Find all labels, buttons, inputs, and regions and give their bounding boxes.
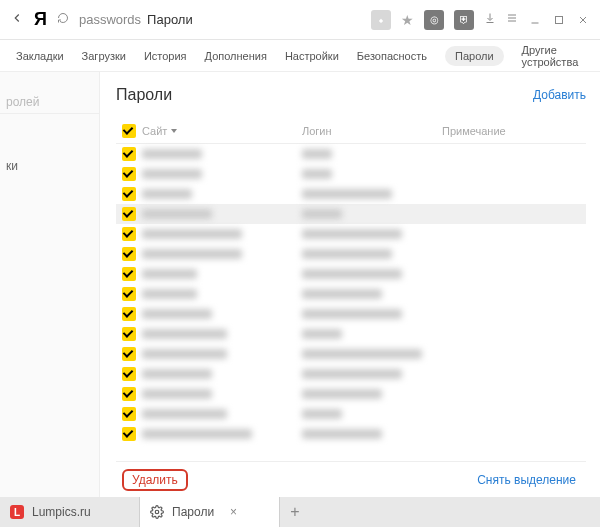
table-row[interactable] <box>116 344 586 364</box>
row-checkbox[interactable] <box>122 407 136 421</box>
site-cell <box>142 289 197 299</box>
menu-icon[interactable] <box>506 12 518 27</box>
browser-tab-bar: L Lumpics.ru Пароли × + <box>0 497 600 527</box>
site-cell <box>142 429 252 439</box>
login-cell <box>302 349 422 359</box>
table-row[interactable] <box>116 244 586 264</box>
table-row[interactable] <box>116 264 586 284</box>
delete-button[interactable]: Удалить <box>122 469 188 491</box>
row-checkbox[interactable] <box>122 287 136 301</box>
row-checkbox[interactable] <box>122 227 136 241</box>
reload-icon[interactable] <box>57 12 69 27</box>
table-row[interactable] <box>116 424 586 444</box>
table-row[interactable] <box>116 184 586 204</box>
table-row[interactable] <box>116 404 586 424</box>
tab-other-devices[interactable]: Другие устройства <box>522 44 584 68</box>
row-checkbox[interactable] <box>122 347 136 361</box>
table-row[interactable] <box>116 144 586 164</box>
yandex-logo[interactable]: Я <box>34 9 47 30</box>
browser-tab-lumpics[interactable]: L Lumpics.ru <box>0 497 140 527</box>
table-header: Сайт Логин Примечание <box>116 118 586 144</box>
tab-bookmarks[interactable]: Закладки <box>16 50 64 62</box>
tab-settings[interactable]: Настройки <box>285 50 339 62</box>
address-title: Пароли <box>147 12 193 27</box>
row-checkbox[interactable] <box>122 327 136 341</box>
row-checkbox[interactable] <box>122 427 136 441</box>
extension-icon-3[interactable]: ⛨ <box>454 10 474 30</box>
deselect-button[interactable]: Снять выделение <box>477 473 576 487</box>
select-all-checkbox[interactable] <box>122 124 136 138</box>
login-cell <box>302 389 382 399</box>
window-minimize[interactable] <box>528 14 542 26</box>
row-checkbox[interactable] <box>122 207 136 221</box>
browser-tab-label: Пароли <box>172 505 214 519</box>
row-checkbox[interactable] <box>122 267 136 281</box>
row-checkbox[interactable] <box>122 147 136 161</box>
settings-tabs: Закладки Загрузки История Дополнения Нас… <box>0 40 600 72</box>
login-cell <box>302 429 382 439</box>
table-row[interactable] <box>116 284 586 304</box>
sidebar-search[interactable]: ролей <box>0 90 99 114</box>
browser-tab-passwords[interactable]: Пароли × <box>140 497 280 527</box>
tab-downloads[interactable]: Загрузки <box>82 50 126 62</box>
login-cell <box>302 289 382 299</box>
row-checkbox[interactable] <box>122 387 136 401</box>
table-row[interactable] <box>116 204 586 224</box>
login-cell <box>302 409 342 419</box>
login-cell <box>302 169 332 179</box>
table-footer: Удалить Снять выделение <box>116 461 586 497</box>
column-site[interactable]: Сайт <box>142 125 302 137</box>
back-button[interactable] <box>10 11 24 28</box>
site-cell <box>142 209 212 219</box>
row-checkbox[interactable] <box>122 187 136 201</box>
sidebar-item[interactable]: ки <box>0 154 99 178</box>
table-row[interactable] <box>116 324 586 344</box>
bookmark-star-icon[interactable]: ★ <box>401 12 414 28</box>
window-maximize[interactable] <box>552 14 566 26</box>
close-tab-icon[interactable]: × <box>230 505 237 519</box>
site-cell <box>142 349 227 359</box>
table-row[interactable] <box>116 364 586 384</box>
login-cell <box>302 149 332 159</box>
row-checkbox[interactable] <box>122 247 136 261</box>
table-row[interactable] <box>116 224 586 244</box>
login-cell <box>302 189 392 199</box>
browser-toolbar: Я passwords Пароли ⬥ ★ ◎ ⛨ <box>0 0 600 40</box>
extension-icon-2[interactable]: ◎ <box>424 10 444 30</box>
login-cell <box>302 309 402 319</box>
download-icon[interactable] <box>484 12 496 27</box>
row-checkbox[interactable] <box>122 307 136 321</box>
extension-icon-1[interactable]: ⬥ <box>371 10 391 30</box>
favicon-lumpics: L <box>10 505 24 519</box>
column-login[interactable]: Логин <box>302 125 442 137</box>
window-close[interactable] <box>576 14 590 26</box>
login-cell <box>302 229 402 239</box>
site-cell <box>142 149 202 159</box>
column-note[interactable]: Примечание <box>442 125 586 137</box>
gear-icon <box>150 505 164 519</box>
table-body <box>116 144 586 444</box>
site-cell <box>142 269 197 279</box>
site-cell <box>142 369 212 379</box>
new-tab-button[interactable]: + <box>280 497 310 527</box>
add-button[interactable]: Добавить <box>533 88 586 102</box>
tab-security[interactable]: Безопасность <box>357 50 427 62</box>
row-checkbox[interactable] <box>122 367 136 381</box>
site-cell <box>142 169 202 179</box>
sidebar: ролей ки <box>0 72 100 497</box>
table-row[interactable] <box>116 164 586 184</box>
address-path: passwords <box>79 12 141 27</box>
login-cell <box>302 329 342 339</box>
table-row[interactable] <box>116 304 586 324</box>
row-checkbox[interactable] <box>122 167 136 181</box>
tab-passwords[interactable]: Пароли <box>445 46 504 66</box>
column-site-label: Сайт <box>142 125 167 137</box>
svg-point-1 <box>155 510 159 514</box>
site-cell <box>142 389 212 399</box>
browser-tab-label: Lumpics.ru <box>32 505 91 519</box>
address-bar[interactable]: passwords Пароли <box>79 12 361 27</box>
tab-addons[interactable]: Дополнения <box>205 50 267 62</box>
tab-history[interactable]: История <box>144 50 187 62</box>
site-cell <box>142 309 212 319</box>
table-row[interactable] <box>116 384 586 404</box>
